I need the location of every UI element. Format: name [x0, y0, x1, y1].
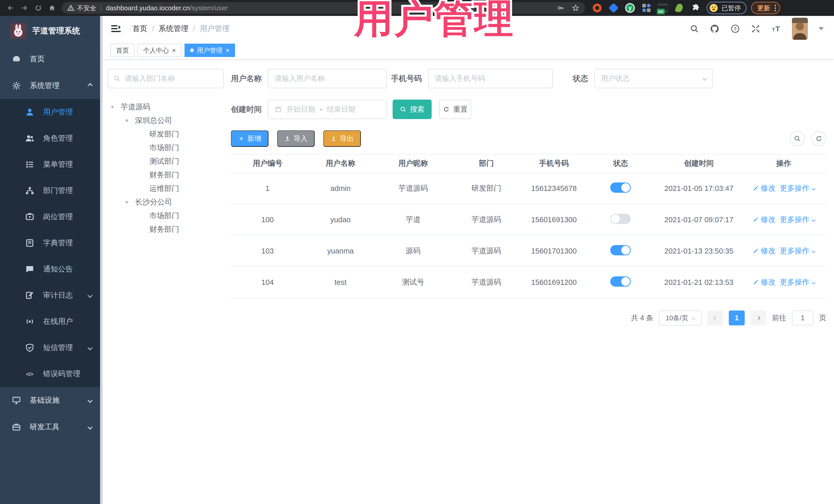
edit-link[interactable]: 修改 — [753, 246, 776, 256]
export-button[interactable]: 导出 — [323, 130, 361, 147]
close-icon[interactable] — [172, 47, 176, 54]
status-select[interactable]: 用户状态 — [594, 69, 713, 88]
sidebar-item-post[interactable]: 岗位管理 — [0, 204, 103, 230]
goto-page-input[interactable]: 1 — [792, 310, 813, 325]
bookmark-star-icon[interactable] — [572, 4, 579, 12]
extension-gem-icon[interactable] — [608, 3, 619, 13]
breadcrumb-system[interactable]: 系统管理 — [159, 24, 188, 34]
sidebar-item-menu[interactable]: 菜单管理 — [0, 151, 103, 178]
tree-node[interactable]: ▾芋道源码 — [108, 100, 224, 114]
security-warning-icon[interactable] — [67, 4, 74, 12]
user-avatar[interactable] — [792, 18, 808, 40]
status-toggle[interactable] — [610, 214, 631, 224]
font-size-icon[interactable]: TT — [771, 24, 781, 34]
breadcrumb-home[interactable]: 首页 — [132, 24, 147, 34]
tree-node-label: 芋道源码 — [120, 102, 150, 112]
sidebar-item-audit[interactable]: 审计日志 — [0, 282, 103, 308]
tree-node[interactable]: 财务部门 — [108, 168, 224, 182]
table-row: 1admin芋道源码研发部门156123456782021-01-05 17:0… — [231, 173, 826, 204]
tree-node[interactable]: 运维部门 — [108, 182, 224, 195]
avatar-caret-icon[interactable] — [819, 27, 824, 30]
tab-home[interactable]: 首页 — [110, 44, 134, 57]
sidebar-item-infra[interactable]: 基础设施 — [0, 387, 103, 414]
fullscreen-icon[interactable] — [751, 24, 761, 34]
list-icon — [25, 160, 35, 169]
dept-search-input[interactable]: 请输入部门名称 — [108, 69, 224, 88]
page-size-select[interactable]: 10条/页 — [659, 310, 702, 325]
tab-1[interactable]: 个人中心 — [137, 44, 181, 57]
reset-button[interactable]: 重置 — [439, 100, 471, 119]
tab-current[interactable]: 用户管理 — [184, 44, 235, 57]
sidebar-scrollbar[interactable] — [100, 16, 103, 504]
next-page-button[interactable] — [750, 310, 766, 325]
sidebar-toggle-icon[interactable] — [110, 23, 122, 35]
tree-node-label: 测试部门 — [149, 156, 179, 167]
date-range-input[interactable]: 开始日期 - 结束日期 — [268, 100, 387, 119]
header-search-icon[interactable] — [690, 24, 699, 34]
edit-link[interactable]: 修改 — [753, 277, 776, 287]
sidebar-item-role[interactable]: 角色管理 — [0, 125, 103, 151]
sidebar-item-sms[interactable]: 短信管理 — [0, 335, 103, 361]
extension-ubuntu-icon[interactable] — [592, 3, 602, 13]
help-icon[interactable]: ? — [730, 24, 740, 34]
more-actions-link[interactable]: 更多操作 — [780, 277, 815, 287]
extensions-puzzle-icon[interactable] — [690, 3, 701, 13]
sidebar-item-tool[interactable]: 研发工具 — [0, 414, 103, 440]
browser-forward-button[interactable] — [18, 2, 31, 14]
browser-update-button[interactable]: 更新 — [751, 2, 780, 14]
browser-profile-button[interactable]: 已暂停 — [707, 2, 746, 14]
edit-link[interactable]: 修改 — [753, 183, 776, 194]
app-logo[interactable]: 芋道管理系统 — [0, 16, 103, 46]
tree-expand-icon[interactable]: ▾ — [125, 199, 135, 206]
tree-node[interactable]: 市场部门 — [108, 141, 224, 154]
sidebar-item-online[interactable]: 在线用户 — [0, 308, 103, 335]
extension-y-icon[interactable]: y — [624, 3, 635, 13]
browser-home-button[interactable] — [45, 2, 59, 14]
tree-node[interactable]: 市场部门 — [108, 209, 224, 222]
more-actions-link[interactable]: 更多操作 — [780, 246, 815, 256]
status-toggle[interactable] — [610, 245, 631, 255]
close-icon[interactable] — [225, 47, 229, 54]
tree-node[interactable]: ▾长沙分公司 — [108, 195, 224, 209]
address-bar[interactable]: 不安全 dashboard.yudao.iocoder.cn/system/us… — [62, 2, 585, 14]
sidebar-item-dict[interactable]: 字典管理 — [0, 230, 103, 256]
show-search-toggle-button[interactable] — [790, 131, 805, 146]
mobile-input[interactable]: 请输入手机号码 — [428, 69, 553, 88]
add-button[interactable]: 新增 — [231, 130, 268, 147]
passwords-key-icon[interactable] — [557, 4, 565, 12]
github-icon[interactable] — [710, 24, 720, 34]
status-toggle[interactable] — [610, 182, 631, 193]
tree-expand-icon[interactable]: ▾ — [125, 117, 135, 124]
chevron-down-icon — [811, 218, 815, 222]
current-page-button[interactable]: 1 — [729, 310, 745, 325]
tree-node[interactable]: ▾深圳总公司 — [108, 114, 224, 127]
username-input[interactable]: 请输入用户名称 — [268, 69, 387, 88]
browser-reload-button[interactable] — [31, 2, 45, 14]
search-button[interactable]: 搜索 — [393, 100, 432, 119]
tree-expand-icon[interactable]: ▾ — [111, 104, 120, 111]
refresh-table-button[interactable] — [811, 131, 826, 146]
edit-link[interactable]: 修改 — [753, 215, 776, 225]
more-actions-link[interactable]: 更多操作 — [780, 183, 815, 194]
column-header: 用户昵称 — [377, 154, 449, 173]
sidebar-item-errcode[interactable]: </>错误码管理 — [0, 361, 103, 387]
status-toggle[interactable] — [610, 277, 631, 287]
prev-page-button[interactable] — [707, 310, 723, 325]
browser-back-button[interactable] — [4, 2, 18, 14]
chevron-down-icon — [703, 76, 707, 81]
sidebar-item-user[interactable]: 用户管理 — [0, 99, 103, 125]
sidebar-item-system[interactable]: 系统管理 — [0, 72, 103, 99]
extension-marker-icon[interactable] — [674, 3, 685, 13]
sidebar-item-label: 研发工具 — [30, 422, 60, 432]
import-button[interactable]: 导入 — [277, 130, 314, 147]
extension-grid-icon[interactable] — [641, 3, 652, 13]
tree-node[interactable]: 测试部门 — [108, 154, 224, 168]
sidebar-item-notice[interactable]: 通知公告 — [0, 256, 103, 282]
tree-node[interactable]: 研发部门 — [108, 127, 224, 141]
sidebar-item-home[interactable]: 首页 — [0, 46, 103, 72]
tree-node[interactable]: 财务部门 — [108, 222, 224, 236]
browser-menu-icon[interactable] — [775, 5, 776, 11]
more-actions-link[interactable]: 更多操作 — [780, 215, 815, 225]
sidebar-item-dept[interactable]: 部门管理 — [0, 178, 103, 204]
extension-onetab-icon[interactable]: on — [657, 3, 668, 13]
